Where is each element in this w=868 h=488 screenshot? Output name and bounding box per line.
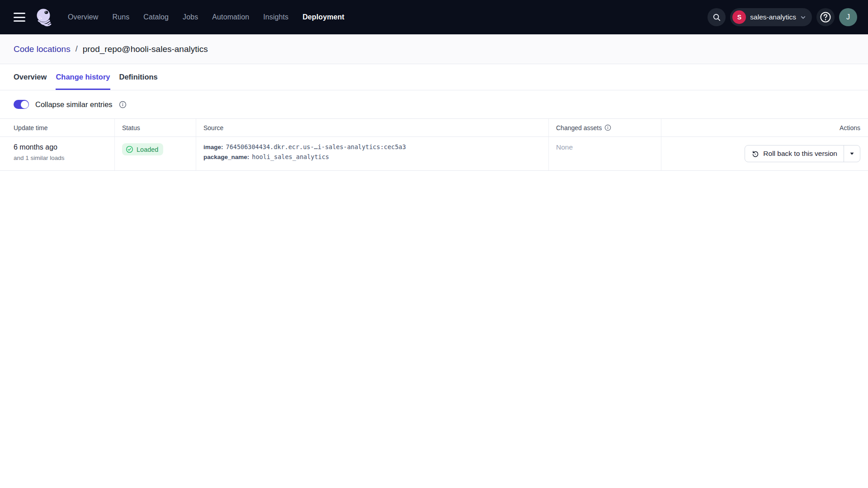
col-actions: Actions [661,119,868,136]
breadcrumb-separator: / [75,44,78,54]
tab-change-history[interactable]: Change history [56,64,110,90]
table-row: 6 months ago and 1 similar loads Loaded … [0,137,868,171]
tab-definitions[interactable]: Definitions [119,64,158,90]
col-update-time: Update time [0,119,114,136]
nav-item-insights[interactable]: Insights [263,13,288,21]
nav-right-cluster: S sales-analytics J [708,8,857,26]
change-history-table: Update time Status Source Changed assets… [0,118,868,171]
col-source: Source [196,119,548,136]
update-time-cell: 6 months ago and 1 similar loads [0,137,114,170]
col-status: Status [114,119,196,136]
breadcrumb-code-locations-link[interactable]: Code locations [14,44,71,54]
search-icon [712,13,721,22]
status-cell: Loaded [114,137,196,170]
nav-item-deployment[interactable]: Deployment [302,13,344,21]
update-time: 6 months ago [14,143,107,151]
changed-assets-value: None [556,143,573,151]
nav-item-catalog[interactable]: Catalog [143,13,169,21]
top-nav: Overview Runs Catalog Jobs Automation In… [0,0,868,34]
caret-down-icon [849,152,854,155]
org-avatar: S [732,10,746,24]
breadcrumb-current: prod_repo@hooli-sales-analytics [83,44,208,54]
nav-item-overview[interactable]: Overview [68,13,98,21]
status-badge: Loaded [122,143,163,155]
dagster-logo-icon[interactable] [33,6,55,28]
rollback-button[interactable]: Roll back to this version [745,145,844,162]
info-icon[interactable] [604,124,611,131]
search-button[interactable] [708,8,726,26]
source-image-value: 764506304434.dkr.ecr.us-…i-sales-analyti… [226,143,406,150]
help-button[interactable] [816,8,835,26]
user-avatar[interactable]: J [839,8,857,26]
menu-icon[interactable] [14,13,25,22]
col-changed-assets: Changed assets [548,119,661,136]
main-nav: Overview Runs Catalog Jobs Automation In… [68,13,344,21]
tab-bar: Overview Change history Definitions [0,64,868,90]
rollback-label: Roll back to this version [763,150,837,158]
tab-overview[interactable]: Overview [14,64,47,90]
similar-loads-note: and 1 similar loads [14,155,107,161]
org-name: sales-analytics [750,13,796,21]
nav-item-jobs[interactable]: Jobs [183,13,198,21]
source-package-value: hooli_sales_analytics [252,153,329,160]
toggle-label: Collapse similar entries [35,100,113,109]
table-header: Update time Status Source Changed assets… [0,118,868,137]
chevron-down-icon [800,14,806,20]
nav-item-runs[interactable]: Runs [112,13,129,21]
info-icon[interactable] [119,101,127,108]
source-image-key: image: [203,144,223,150]
nav-item-automation[interactable]: Automation [212,13,249,21]
check-circle-icon [126,145,133,153]
changed-assets-cell: None [548,137,661,170]
toolbar: Collapse similar entries [0,90,868,118]
status-label: Loaded [137,146,158,153]
source-package-key: package_name: [203,154,249,160]
rollback-icon [751,150,759,158]
org-switcher[interactable]: S sales-analytics [730,8,812,26]
collapse-similar-entries-toggle[interactable] [14,100,29,109]
breadcrumb: Code locations / prod_repo@hooli-sales-a… [0,34,868,64]
rollback-dropdown-button[interactable] [844,145,860,162]
help-icon [819,11,832,23]
actions-cell: Roll back to this version [661,137,868,170]
source-cell: image: 764506304434.dkr.ecr.us-…i-sales-… [196,137,548,170]
rollback-split-button: Roll back to this version [745,145,860,162]
